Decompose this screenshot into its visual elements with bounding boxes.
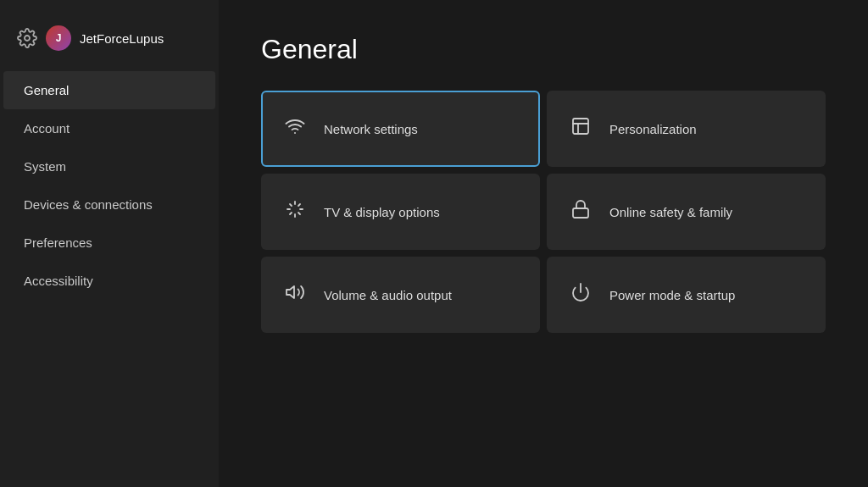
card-volume[interactable]: Volume & audio output [261,257,540,333]
svg-line-7 [290,204,292,206]
sidebar: J JetForceLupus General Account System D… [0,0,219,487]
svg-line-10 [298,213,300,214]
online-safety-icon [569,199,593,224]
card-tv-display-label: TV & display options [324,205,440,219]
sidebar-header: J JetForceLupus [0,17,219,71]
username: JetForceLupus [80,31,164,46]
personalization-icon [569,116,593,141]
avatar: J [46,25,71,51]
card-power-label: Power mode & startup [609,288,735,302]
card-power[interactable]: Power mode & startup [547,257,826,333]
card-online-safety-label: Online safety & family [609,205,732,219]
sidebar-item-preferences[interactable]: Preferences [3,224,215,262]
card-volume-label: Volume & audio output [324,288,452,302]
sidebar-item-general[interactable]: General [3,71,215,109]
settings-grid: Network settings Personalization [261,91,826,333]
svg-point-0 [25,36,30,41]
card-online-safety[interactable]: Online safety & family [547,174,826,250]
main-content: General Network settings [219,0,868,487]
svg-line-9 [290,213,292,214]
card-network[interactable]: Network settings [261,91,540,167]
page-title: General [261,34,826,65]
sidebar-item-devices[interactable]: Devices & connections [3,185,215,224]
svg-line-8 [298,204,300,206]
card-tv-display[interactable]: TV & display options [261,174,540,250]
svg-point-1 [294,132,296,134]
svg-rect-2 [573,119,588,134]
volume-icon [283,282,307,307]
power-icon [569,282,593,307]
sidebar-item-system[interactable]: System [3,147,215,185]
svg-rect-11 [573,208,588,218]
card-personalization-label: Personalization [609,122,697,136]
card-network-label: Network settings [324,122,418,136]
sidebar-item-account[interactable]: Account [3,109,215,147]
svg-marker-12 [287,286,294,298]
card-personalization[interactable]: Personalization [547,91,826,167]
tv-display-icon [283,199,307,224]
sidebar-item-accessibility[interactable]: Accessibility [3,262,215,300]
network-icon [283,116,307,141]
gear-icon [17,28,37,48]
